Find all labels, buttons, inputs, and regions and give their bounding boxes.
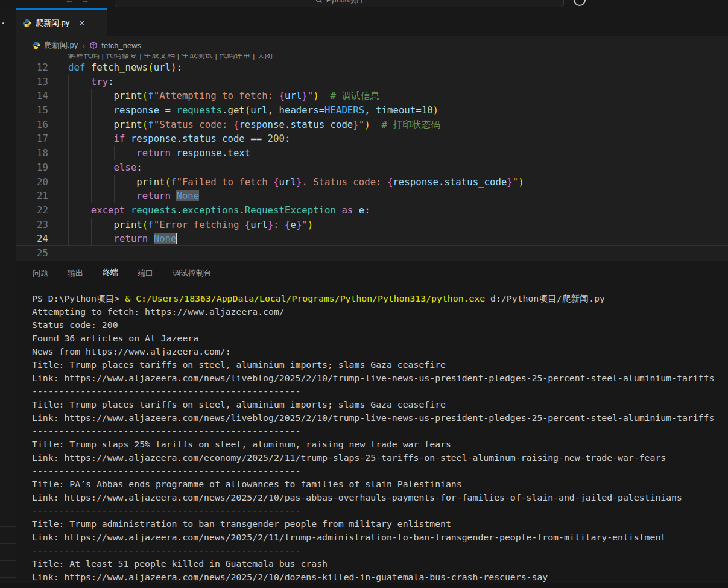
rail-divider [0,526,16,527]
indent-guide [68,160,69,175]
code-text: def fetch_news(url): [48,60,182,75]
line-number[interactable]: 24 [16,232,48,246]
close-icon[interactable]: ✕ [78,19,85,28]
terminal-line: Link: https://www.aljazeera.com/news/liv… [32,411,728,425]
terminal-line: Title: Trump slaps 25% tariffs on steel,… [32,438,728,451]
terminal-line: Title: At least 51 people killed in Guat… [32,557,728,571]
bottom-strip [0,583,728,588]
line-number[interactable]: 17 [16,131,48,146]
python-icon [22,19,31,28]
indent-guide [114,146,115,160]
indent-guide [68,189,69,203]
panel-tab-调试控制台[interactable]: 调试控制台 [172,262,212,282]
text-cursor [176,233,177,244]
terminal-line: Attempting to fetch: https://www.aljazee… [32,305,728,318]
code-text: return response.text [48,146,250,160]
editor-panel-divider[interactable] [16,261,728,261]
panel-tabs: 问题输出终端端口调试控制台 [16,261,728,283]
line-number[interactable]: 15 [16,103,48,118]
editor-lines: 12def fetch_news(url):13 try:14 print(f"… [16,60,728,261]
terminal-output[interactable]: PS D:\Python项目> & C:/Users/18363/AppData… [32,292,728,583]
line-number[interactable]: 19 [16,160,48,175]
rail-divider [0,560,16,561]
indent-guide [68,218,69,232]
code-text: response = requests.get(url, headers=HEA… [48,103,438,118]
indent-guide [91,160,92,175]
nav-back-forward-icons[interactable]: ←→ [65,0,97,5]
rail-dot [2,22,4,24]
indent-guide [68,89,69,103]
terminal-line: ----------------------------------------… [32,385,728,398]
panel-tab-终端[interactable]: 终端 [102,262,119,282]
command-center-search[interactable]: Python项目 [115,0,564,7]
bottom-panel: 问题输出终端端口调试控制台 PS D:\Python项目> & C:/Users… [16,261,728,583]
panel-tab-端口[interactable]: 端口 [137,262,154,282]
code-text: print(f"Status code: {response.status_co… [48,118,440,132]
terminal-line: PS D:\Python项目> & C:/Users/18363/AppData… [32,292,728,305]
panel-tab-问题[interactable]: 问题 [32,262,49,282]
line-number[interactable]: 13 [16,75,48,89]
indent-guide [91,131,92,146]
activity-rail [0,8,16,583]
code-line[interactable]: 15 response = requests.get(url, headers=… [16,103,728,118]
code-text: else: [48,160,142,175]
terminal-line: ----------------------------------------… [32,464,728,478]
code-line[interactable]: 14 print(f"Attempting to fetch: {url}") … [16,89,728,103]
code-line[interactable]: 16 print(f"Status code: {response.status… [16,118,728,132]
line-number[interactable]: 16 [16,118,48,132]
code-line[interactable]: 20 print(f"Failed to fetch {url}. Status… [16,175,728,189]
indent-guide [91,89,92,103]
line-number[interactable]: 25 [16,246,48,261]
line-number[interactable]: 22 [16,203,48,218]
line-number[interactable]: 20 [16,175,48,189]
chevron-right-icon: › [82,40,85,51]
terminal-line: ----------------------------------------… [32,544,728,557]
code-line[interactable]: 19 else: [16,160,728,175]
rail-divider [0,543,16,544]
indent-guide [68,131,69,146]
indent-guide [91,218,92,232]
code-line[interactable]: 22 except requests.exceptions.RequestExc… [16,203,728,218]
terminal-line: Title: Trump places tariffs on steel, al… [32,358,728,371]
terminal-line: Title: PA’s Abbas ends programme of allo… [32,478,728,491]
code-text: except requests.exceptions.RequestExcept… [48,203,370,218]
code-line[interactable]: 13 try: [16,75,728,89]
title-bar: ←→ Python项目 [0,0,728,8]
terminal-line: Found 36 articles on Al Jazeera [32,332,728,345]
code-line[interactable]: 21 return None [16,189,728,203]
indent-guide [68,232,69,246]
terminal-line: Link: https://www.aljazeera.com/news/202… [32,571,728,583]
account-icon[interactable] [574,0,586,6]
code-editor[interactable]: 解释代码 | 代码修复 | 生成文档 | 生成测试 | 代码评审 | 关闭 12… [16,54,728,261]
code-line[interactable]: 25 [16,246,728,261]
line-number[interactable]: 14 [16,89,48,103]
indent-guide [68,103,69,118]
indent-guide [68,175,69,189]
terminal-line: Status code: 200 [32,318,728,332]
indent-guide [91,232,92,246]
code-line[interactable]: 12def fetch_news(url): [16,60,728,75]
code-line[interactable]: 18 return response.text [16,146,728,160]
terminal-line: Link: https://www.aljazeera.com/news/202… [32,531,728,544]
line-number[interactable]: 12 [16,60,48,75]
line-number[interactable]: 23 [16,218,48,232]
tab-bar: 爬新闻.py ✕ [16,8,728,36]
line-number[interactable]: 21 [16,189,48,203]
command-center-text: Python项目 [326,0,363,5]
code-line[interactable]: 24 return None [16,232,728,246]
line-number[interactable]: 18 [16,146,48,160]
code-line[interactable]: 23 print(f"Error fetching {url}: {e}") [16,218,728,232]
code-text: return None [48,189,199,203]
rail-divider [0,577,16,578]
indent-guide [91,146,92,160]
terminal-line: Title: Trump places tariffs on steel, al… [32,398,728,411]
breadcrumb-symbol[interactable]: fetch_news [101,41,141,50]
code-text: if response.status_code == 200: [48,131,290,146]
terminal-line: Link: https://www.aljazeera.com/news/202… [32,491,728,504]
symbol-method-icon [89,41,98,49]
breadcrumb-file[interactable]: 爬新闻.py [44,40,78,51]
panel-tab-输出[interactable]: 输出 [67,262,84,282]
search-icon [315,0,323,4]
editor-tab[interactable]: 爬新闻.py ✕ [16,8,107,36]
code-line[interactable]: 17 if response.status_code == 200: [16,131,728,146]
